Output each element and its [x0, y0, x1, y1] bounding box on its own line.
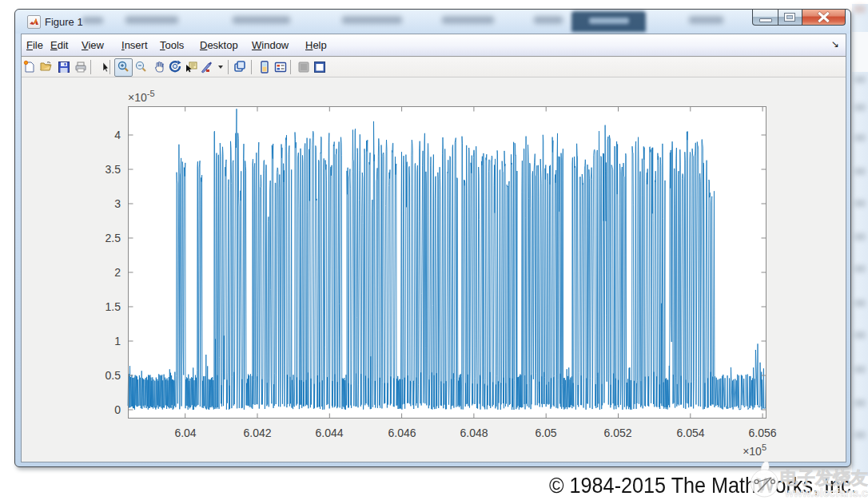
svg-text:6.048: 6.048 [460, 427, 488, 439]
svg-text:6.046: 6.046 [388, 427, 416, 439]
svg-text:0.5: 0.5 [106, 369, 121, 382]
svg-text:0: 0 [114, 403, 121, 416]
svg-text:×105: ×105 [743, 442, 766, 458]
svg-text:4: 4 [114, 129, 121, 141]
svg-text:6.044: 6.044 [315, 427, 343, 439]
svg-text:6.04: 6.04 [174, 427, 196, 439]
svg-text:2.5: 2.5 [106, 232, 121, 244]
svg-text:2: 2 [114, 266, 121, 279]
svg-text:×10-5: ×10-5 [128, 89, 155, 104]
svg-text:1.5: 1.5 [106, 300, 121, 313]
svg-text:6.05: 6.05 [535, 427, 556, 439]
svg-text:6.054: 6.054 [676, 427, 704, 439]
svg-text:3: 3 [114, 197, 121, 210]
svg-text:6.056: 6.056 [748, 427, 776, 439]
svg-text:3.5: 3.5 [106, 163, 121, 176]
svg-text:1: 1 [114, 335, 121, 347]
svg-text:6.042: 6.042 [243, 427, 271, 439]
svg-text:6.052: 6.052 [603, 427, 631, 439]
